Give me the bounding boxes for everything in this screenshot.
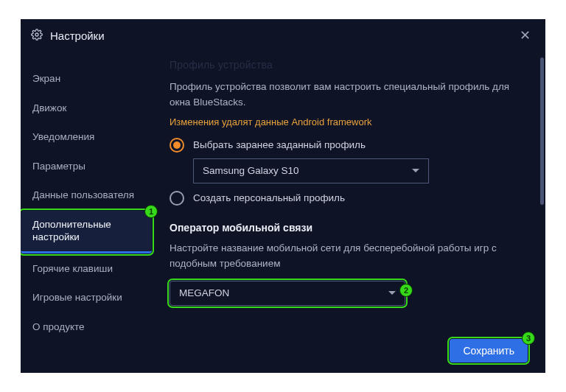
radio-custom-profile[interactable]: Создать персональный профиль [170, 191, 528, 206]
window-body: Экран Движок Уведомления Параметры Данны… [21, 52, 545, 373]
sidebar-item-label: Экран [32, 73, 60, 84]
window-title: Настройки [50, 29, 105, 42]
annotation-badge-1: 1 [144, 205, 158, 218]
sidebar-item-hotkeys[interactable]: Горячие клавиши [21, 255, 152, 283]
close-icon: ✕ [520, 27, 531, 43]
sidebar-item-game[interactable]: Игровые настройки [21, 284, 152, 312]
content-pane: Профиль устройства Профиль устройства по… [152, 52, 545, 373]
radio-label: Создать персональный профиль [193, 192, 345, 203]
sidebar-item-label: Горячие клавиши [32, 263, 113, 274]
sidebar: Экран Движок Уведомления Параметры Данны… [21, 52, 152, 373]
close-button[interactable]: ✕ [514, 25, 535, 46]
dropdown-value: MEGAFON [179, 287, 229, 298]
annotation-badge-3: 3 [522, 332, 535, 345]
sidebar-item-label: Параметры [32, 161, 85, 172]
sidebar-item-engine[interactable]: Движок [21, 94, 152, 122]
annotation-badge-2: 2 [399, 284, 413, 297]
carrier-description: Настройте название мобильной сети для бе… [170, 241, 528, 272]
chevron-down-icon [388, 291, 396, 295]
radio-preset-profile[interactable]: Выбрать заранее заданный профиль [170, 138, 528, 153]
sidebar-item-label: Движок [32, 102, 66, 113]
radio-icon [170, 138, 184, 153]
carrier-heading: Оператор мобильной связи [170, 222, 528, 234]
titlebar: Настройки ✕ [21, 19, 545, 52]
radio-icon [170, 191, 184, 206]
settings-window: Настройки ✕ Экран Движок Уведомления Пар… [21, 19, 545, 373]
sidebar-item-label: Данные пользователя [32, 189, 134, 200]
sidebar-item-params[interactable]: Параметры [21, 153, 152, 181]
sidebar-item-label: Игровые настройки [32, 292, 122, 303]
sidebar-item-label: О продукте [32, 321, 85, 332]
device-profile-dropdown[interactable]: Samsung Galaxy S10 [193, 158, 429, 183]
scrollbar[interactable] [540, 57, 544, 205]
sidebar-item-notifications[interactable]: Уведомления [21, 123, 152, 151]
radio-label: Выбрать заранее заданный профиль [193, 139, 366, 150]
svg-point-0 [35, 33, 38, 36]
chevron-down-icon [412, 169, 419, 172]
dropdown-value: Samsung Galaxy S10 [203, 165, 299, 176]
gear-icon [31, 29, 43, 43]
device-profile-description: Профиль устройства позволит вам настроит… [170, 80, 528, 111]
device-profile-heading: Профиль устройства [170, 59, 528, 71]
save-button[interactable]: Сохранить [450, 339, 528, 363]
sidebar-item-label: Дополнительные настройки [32, 219, 111, 243]
sidebar-item-screen[interactable]: Экран [21, 65, 152, 93]
sidebar-item-label: Уведомления [32, 131, 94, 142]
framework-warning: Изменения удалят данные Android framewor… [170, 116, 528, 127]
sidebar-item-advanced[interactable]: Дополнительные настройки 1 [21, 211, 152, 253]
carrier-dropdown[interactable]: MEGAFON [170, 281, 405, 306]
sidebar-item-userdata[interactable]: Данные пользователя [21, 181, 152, 209]
button-label: Сохранить [463, 345, 514, 357]
sidebar-item-about[interactable]: О продукте [21, 313, 152, 341]
